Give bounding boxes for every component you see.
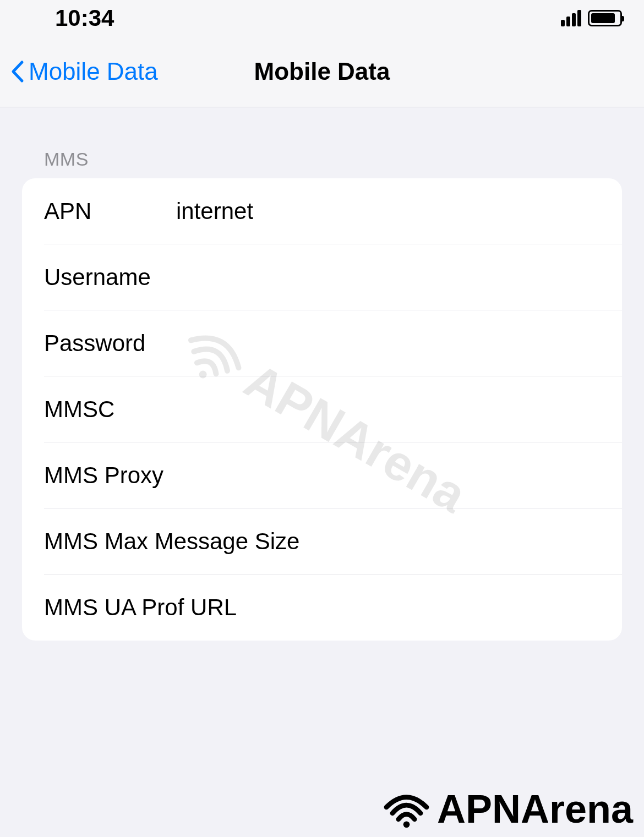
page-title: Mobile Data: [254, 58, 390, 85]
battery-icon: [588, 10, 622, 26]
back-label: Mobile Data: [29, 58, 158, 85]
mms-ua-prof-label: MMS UA Prof URL: [44, 594, 600, 621]
status-bar: 10:34: [0, 0, 644, 36]
wifi-icon: [380, 789, 433, 830]
mmsc-row[interactable]: MMSC: [22, 376, 622, 442]
mms-proxy-label: MMS Proxy: [44, 462, 600, 489]
username-input[interactable]: [176, 264, 600, 291]
mmsc-input[interactable]: [176, 396, 600, 423]
watermark-footer: APNArena: [380, 786, 633, 831]
svg-point-1: [403, 821, 410, 828]
apn-input[interactable]: [176, 198, 600, 225]
back-button[interactable]: Mobile Data: [11, 58, 158, 85]
status-right: [561, 10, 622, 26]
mms-max-size-label: MMS Max Message Size: [44, 528, 600, 555]
apn-row[interactable]: APN: [22, 178, 622, 244]
mms-proxy-row[interactable]: MMS Proxy: [22, 442, 622, 508]
password-input[interactable]: [176, 330, 600, 357]
navigation-bar: Mobile Data Mobile Data: [0, 36, 644, 107]
mmsc-label: MMSC: [44, 396, 176, 423]
username-row[interactable]: Username: [22, 244, 622, 310]
username-label: Username: [44, 264, 176, 291]
apn-label: APN: [44, 198, 176, 225]
watermark-footer-text: APNArena: [437, 786, 633, 831]
settings-group: APN Username Password MMSC MMS Proxy MMS…: [22, 178, 622, 641]
mms-ua-prof-row[interactable]: MMS UA Prof URL: [22, 575, 622, 641]
mms-max-size-row[interactable]: MMS Max Message Size: [22, 508, 622, 575]
signal-icon: [561, 10, 581, 26]
section-header: MMS: [0, 149, 644, 178]
password-row[interactable]: Password: [22, 310, 622, 376]
password-label: Password: [44, 330, 176, 357]
status-time: 10:34: [22, 5, 114, 31]
chevron-left-icon: [11, 60, 24, 83]
content: MMS APN Username Password MMSC MMS Proxy…: [0, 107, 644, 641]
